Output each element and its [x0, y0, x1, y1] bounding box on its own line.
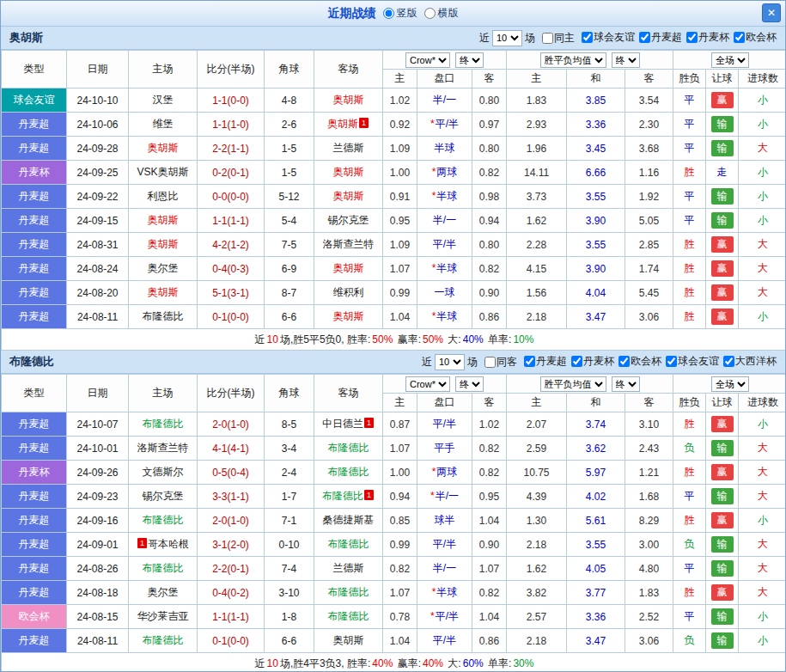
- home-team-name[interactable]: 哥本哈根: [148, 538, 189, 550]
- home-team-name[interactable]: 维堡: [153, 118, 174, 130]
- avg-away: 1.92: [625, 185, 673, 209]
- away-team-name[interactable]: 桑德捷斯基: [323, 514, 375, 526]
- away-team-name[interactable]: 布隆德比: [328, 538, 369, 550]
- close-button[interactable]: ✕: [762, 3, 781, 22]
- home-team-name[interactable]: 奥胡斯: [148, 286, 179, 298]
- vertical-radio-input[interactable]: [383, 8, 394, 19]
- corner-score: 2-4: [265, 461, 314, 485]
- away-team-name[interactable]: 维积利: [333, 286, 364, 298]
- away-team-name[interactable]: 布隆德比: [322, 490, 363, 502]
- away-team-name[interactable]: 奥胡斯: [333, 634, 364, 646]
- away-team-name[interactable]: 布隆德比: [328, 586, 369, 598]
- league-filter[interactable]: 丹麦超: [639, 30, 682, 45]
- home-team-name[interactable]: 布隆德比: [143, 514, 184, 526]
- result: 平: [673, 557, 706, 581]
- home-team-name[interactable]: 奥尔堡: [148, 262, 179, 274]
- scope-select[interactable]: 全场: [711, 376, 749, 392]
- away-odds: 0.90: [472, 533, 507, 557]
- away-team-name[interactable]: 奥胡斯: [327, 118, 358, 130]
- home-team-name[interactable]: 布隆德比: [143, 634, 184, 646]
- league-filter[interactable]: 球会友谊: [582, 30, 635, 45]
- away-team-name[interactable]: 布隆德比: [328, 466, 369, 478]
- league-filter[interactable]: 欧会杯: [734, 30, 777, 45]
- away-team-name[interactable]: 洛斯查兰特: [323, 238, 375, 250]
- recent-count-select[interactable]: 10: [492, 30, 522, 46]
- league-filter-checkbox[interactable]: [571, 356, 582, 367]
- horizontal-radio-input[interactable]: [424, 8, 436, 19]
- home-team-name[interactable]: VSK奥胡斯: [137, 166, 188, 178]
- avg-final-select[interactable]: 终: [612, 376, 640, 392]
- avg-home: 2.18: [507, 533, 567, 557]
- league-filter[interactable]: 球会友谊: [666, 354, 719, 369]
- home-team-cell: 奥尔堡: [129, 581, 198, 605]
- league-filter[interactable]: 欧会杯: [618, 354, 661, 369]
- league-filter-checkbox[interactable]: [582, 32, 593, 43]
- avg-home: 1.56: [507, 281, 567, 305]
- match-date: 24-09-22: [67, 185, 129, 209]
- home-team-name[interactable]: 奥胡斯: [148, 214, 179, 226]
- home-team-name[interactable]: 利恩比: [148, 190, 179, 202]
- away-odds: 1.04: [472, 509, 507, 533]
- away-team-name[interactable]: 布隆德比: [328, 610, 369, 622]
- odds-final-select[interactable]: 终: [455, 376, 484, 392]
- league-filter-checkbox[interactable]: [524, 356, 535, 367]
- odds-final-select[interactable]: 终: [455, 52, 484, 68]
- goals-result: 小: [739, 305, 786, 329]
- avg-odds-select[interactable]: 胜平负均值: [540, 52, 606, 68]
- match-row: 丹麦超24-09-011哥本哈根3-1(2-0)0-10布隆德比0.99平/半0…: [2, 533, 786, 557]
- home-team-name[interactable]: 布隆德比: [143, 562, 184, 574]
- home-team-name[interactable]: 布隆德比: [143, 418, 184, 430]
- match-date: 24-10-10: [67, 89, 129, 113]
- avg-home: 2.59: [507, 437, 567, 461]
- league-filter[interactable]: 丹麦超: [524, 354, 567, 369]
- home-team-name[interactable]: 奥胡斯: [148, 238, 179, 250]
- away-team-name[interactable]: 奥胡斯: [333, 94, 364, 106]
- league-filter-checkbox[interactable]: [666, 356, 677, 367]
- away-team-name[interactable]: 布隆德比: [328, 442, 369, 454]
- away-team-name[interactable]: 奥胡斯: [333, 310, 364, 322]
- league-filter-checkbox[interactable]: [734, 32, 745, 43]
- home-team-name[interactable]: 奥胡斯: [148, 142, 179, 154]
- away-team-name[interactable]: 兰德斯: [333, 562, 364, 574]
- red-card-badge: 1: [364, 418, 374, 428]
- league-filter[interactable]: 丹麦杯: [686, 30, 729, 45]
- same-venue-filter[interactable]: 同主: [542, 31, 575, 46]
- home-team-name[interactable]: 洛斯查兰特: [137, 442, 189, 454]
- league-filter-checkbox[interactable]: [723, 356, 734, 367]
- odds-provider-select[interactable]: Crow*: [405, 52, 450, 68]
- league-badge: 丹麦超: [2, 233, 67, 257]
- away-team-name[interactable]: 奥胡斯: [333, 166, 364, 178]
- away-team-name[interactable]: 中日德兰: [322, 418, 363, 430]
- away-team-name[interactable]: 奥胡斯: [333, 190, 364, 202]
- avg-odds-select[interactable]: 胜平负均值: [540, 376, 606, 392]
- col-header-date: 日期: [67, 375, 129, 412]
- league-filter-checkbox[interactable]: [639, 32, 650, 43]
- home-team-name[interactable]: 奥尔堡: [148, 586, 179, 598]
- handicap-result-badge: 走: [717, 166, 728, 178]
- league-filter[interactable]: 大西洋杯: [723, 354, 777, 369]
- league-filter-checkbox[interactable]: [686, 32, 698, 43]
- handicap: 平/半: [417, 412, 472, 437]
- match-date: 24-10-01: [67, 437, 129, 461]
- home-odds: 0.87: [383, 412, 417, 437]
- avg-final-select[interactable]: 终: [612, 52, 640, 68]
- same-venue-filter[interactable]: 同客: [484, 355, 517, 370]
- odds-provider-select[interactable]: Crow*: [405, 376, 450, 392]
- corner-score: 3-10: [265, 581, 314, 605]
- home-team-name[interactable]: 文德斯尔: [143, 466, 184, 478]
- recent-count-select[interactable]: 10: [435, 354, 465, 370]
- same-venue-checkbox[interactable]: [484, 357, 496, 368]
- layout-vertical-radio[interactable]: 竖版: [383, 6, 417, 21]
- layout-horizontal-radio[interactable]: 横版: [424, 6, 459, 21]
- home-team-name[interactable]: 汉堡: [153, 94, 174, 106]
- home-team-name[interactable]: 布隆德比: [143, 310, 184, 322]
- same-venue-checkbox[interactable]: [542, 33, 553, 44]
- home-team-name[interactable]: 华沙莱吉亚: [137, 610, 189, 622]
- league-filter-checkbox[interactable]: [618, 356, 630, 367]
- home-team-name[interactable]: 锡尔克堡: [143, 490, 184, 502]
- league-filter[interactable]: 丹麦杯: [571, 354, 614, 369]
- away-team-name[interactable]: 兰德斯: [333, 142, 364, 154]
- away-team-name[interactable]: 锡尔克堡: [328, 214, 369, 226]
- away-team-name[interactable]: 奥胡斯: [333, 262, 364, 274]
- scope-select[interactable]: 全场: [711, 52, 749, 68]
